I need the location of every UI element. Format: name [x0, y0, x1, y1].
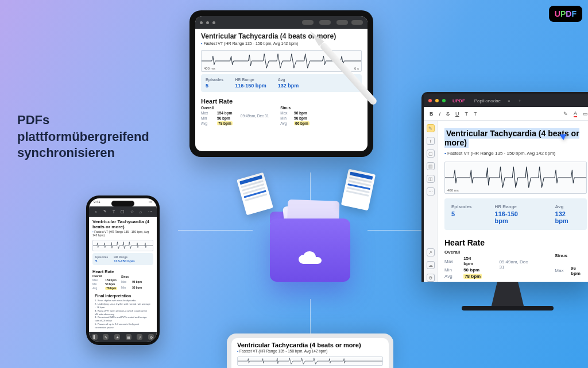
desktop-monitor: UPDF Papilionodae × + B I S U T T ✎ A ▭ …	[421, 92, 588, 310]
italic-button[interactable]: I	[439, 111, 441, 117]
tab-icon[interactable]: ↗	[137, 334, 142, 340]
doc-thumbnail-right	[341, 169, 376, 211]
phone-screen: 9:41••• ‹✎T▢☆⌕⋯ Ventricular Tachycardia …	[89, 198, 157, 342]
tablet-bottom-screen: Ventricular Tachycardia (4 beats or more…	[231, 338, 389, 368]
ecg-scale-right: 6 s	[354, 67, 359, 70]
final-header: Final Interpretation	[89, 292, 157, 299]
hr-header: Heart Rate	[89, 267, 157, 275]
tab-icon[interactable]: ✎	[103, 334, 109, 340]
ecg-scale-left: 400 ms	[447, 189, 459, 192]
headline: PDFs plattformübergreifend synchronisier…	[17, 112, 149, 162]
tab-add-icon[interactable]: +	[519, 98, 521, 103]
doc-title: Ventricular Tachycardia (4 beats or more…	[231, 338, 389, 349]
tool-icon[interactable]	[302, 20, 314, 25]
ecg-chart	[237, 356, 383, 366]
doc-title: Ventricular Tachycardia (4 beats or more…	[195, 29, 368, 41]
ecg-scale-left: 400 ms	[204, 67, 215, 70]
tab-icon[interactable]: ▌	[92, 334, 98, 340]
hr-grid: Overall Max154 bpm Min50 bpm Avg78 bpm S…	[92, 275, 153, 290]
format-toolbar: B I S U T T ✎ A ▭	[424, 107, 588, 121]
maximize-icon[interactable]	[442, 99, 446, 102]
tablet-screen: Ventricular Tachycardia (4 beats or more…	[195, 16, 368, 151]
stats-band: Episodes5 HR Range116-150 bpm Avg132 bpm	[444, 198, 587, 230]
clock: 9:41	[94, 200, 100, 206]
strike-button[interactable]: S	[446, 111, 450, 117]
doc-subtitle: Fastest VT (HR Range 135 - 150 bpm, Avg …	[89, 230, 157, 239]
bold-button[interactable]: B	[430, 111, 434, 117]
logo-f: F	[571, 9, 577, 18]
stat-label: HR Range	[235, 78, 266, 82]
tool-icon[interactable]: T	[111, 209, 116, 214]
tablet-doc: Ventricular Tachycardia (4 beats or more…	[195, 29, 368, 129]
logo-d: D	[566, 9, 571, 18]
app-name: UPDF	[452, 98, 465, 103]
page-icon[interactable]: ▤	[427, 162, 435, 170]
stat-value: 116-150 bpm	[235, 83, 266, 89]
monitor-doc: Ventricular Tachycardia (4 beats or more…	[438, 121, 588, 282]
dot-icon	[212, 21, 215, 24]
sync-line-left	[178, 230, 253, 231]
annotate-icon[interactable]: ✎	[427, 124, 435, 132]
settings-icon[interactable]: ⚙	[427, 274, 435, 282]
tool-icon[interactable]: ▢	[121, 209, 125, 214]
phone-notch	[111, 201, 134, 206]
phone-device: 9:41••• ‹✎T▢☆⌕⋯ Ventricular Tachycardia …	[86, 195, 160, 345]
tablet-device: Ventricular Tachycardia (4 beats or more…	[189, 10, 373, 157]
tab-close-icon[interactable]: ×	[508, 98, 510, 103]
doc-subtitle: Fastest VT (HR Range 135 - 150 bpm, Avg …	[231, 349, 389, 355]
stat-label: Episodes	[206, 78, 223, 82]
sync-line-right	[368, 230, 425, 231]
tab-icon[interactable]: ★	[114, 334, 120, 340]
text-button[interactable]: T	[474, 111, 477, 117]
highlighted-title: Ventricular Tachycardia (4 beats or more…	[444, 128, 579, 148]
tablet-bottom-device: Ventricular Tachycardia (4 beats or more…	[227, 334, 393, 368]
search-icon[interactable]: ⌕	[138, 209, 143, 214]
tool-icon[interactable]: ☆	[130, 209, 134, 214]
phone-tabbar: ▌✎★▦↗⚙	[89, 332, 157, 342]
logo-p: P	[560, 9, 566, 18]
share-icon[interactable]: ↗	[427, 248, 435, 256]
phone-doc: Ventricular Tachycardia (4 beats or more…	[89, 217, 157, 332]
updf-logo: UPDF	[549, 6, 582, 22]
battery-icon: •••	[149, 200, 152, 206]
ecg-chart	[92, 240, 153, 251]
logo-u: U	[555, 9, 560, 18]
tab-icon[interactable]: ▦	[126, 334, 131, 340]
underline-button[interactable]: U	[455, 111, 459, 117]
stat-value: 5	[206, 83, 223, 89]
tool-icon[interactable]	[336, 20, 348, 25]
tool-icon[interactable]: ✎	[103, 209, 107, 214]
cloud-folder	[264, 195, 356, 288]
text-icon[interactable]: T	[427, 137, 435, 145]
font-color-button[interactable]: A	[574, 110, 577, 117]
window-titlebar: UPDF Papilionodae × +	[424, 94, 588, 107]
image-icon[interactable]: ▢	[427, 150, 435, 158]
doc-subtitle: Fastest VT (HR Range 135 - 150 bpm, Avg …	[195, 41, 368, 48]
dot-icon	[206, 21, 209, 24]
eraser-icon[interactable]: ▭	[583, 111, 588, 117]
stat-value: 132 bpm	[278, 83, 299, 89]
hr-grid: Overall Max154 bpm Min50 bpm Avg78 bpm 0…	[444, 250, 587, 279]
tab-name[interactable]: Papilionodae	[474, 98, 501, 103]
close-icon[interactable]	[428, 99, 432, 102]
minimize-icon[interactable]	[435, 99, 439, 102]
sidebar: ✎ T ▢ ▤ ◫ ⋯ ↗ ☁ ⚙	[424, 121, 438, 282]
tool-icon[interactable]: ⋯	[427, 187, 435, 195]
cloud-icon[interactable]: ☁	[427, 261, 435, 269]
monitor-screen: UPDF Papilionodae × + B I S U T T ✎ A ▭ …	[421, 92, 588, 282]
tool-icon[interactable]	[319, 20, 331, 25]
pen-icon[interactable]: ✎	[563, 111, 568, 117]
text-button[interactable]: T	[465, 111, 469, 117]
final-body: 1. Sinus rhythm with sinus bradycardia 2…	[95, 299, 151, 329]
back-icon[interactable]: ‹	[94, 209, 98, 214]
ecg-chart: 400 ms	[444, 162, 587, 194]
more-icon[interactable]: ⋯	[148, 209, 152, 214]
hr-header: Heart Rate	[195, 94, 368, 106]
cloud-icon	[296, 250, 324, 267]
doc-subtitle: Fastest VT (HR Range 135 - 150 bpm, Avg …	[444, 150, 587, 159]
phone-toolbar: ‹✎T▢☆⌕⋯	[89, 206, 157, 217]
crop-icon[interactable]: ◫	[427, 175, 435, 183]
doc-thumbnail-left	[237, 172, 273, 216]
tab-icon[interactable]: ⚙	[148, 334, 154, 340]
tool-icon[interactable]	[351, 20, 363, 25]
